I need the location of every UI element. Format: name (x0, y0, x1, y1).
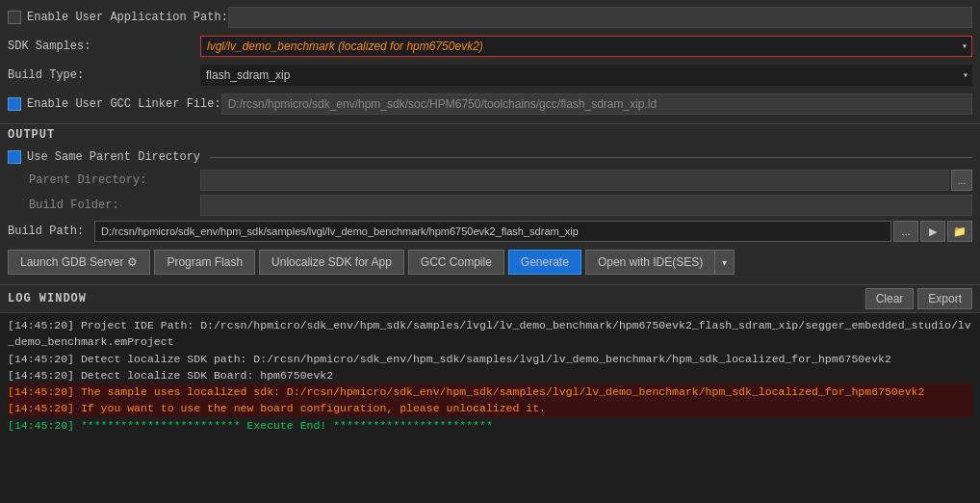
build-path-buttons: ... ▶ 📁 (893, 221, 972, 242)
build-path-browse-button[interactable]: ... (893, 221, 918, 242)
top-section: Enable User Application Path: SDK Sample… (0, 0, 980, 124)
build-type-select[interactable]: flash_sdram_xip (200, 65, 972, 86)
enable-gcc-linker-label: Enable User GCC Linker File: (8, 97, 221, 111)
parent-directory-row: Parent Directory: ... (8, 169, 972, 192)
build-path-terminal-button[interactable]: ▶ (920, 221, 945, 242)
generate-label: Generate (521, 255, 569, 269)
use-same-parent-row: Use Same Parent Directory (8, 146, 972, 169)
use-same-parent-checkbox[interactable] (8, 150, 21, 164)
gcc-compile-button[interactable]: GCC Compile (408, 250, 504, 275)
user-app-path-input[interactable] (228, 7, 972, 28)
generate-button[interactable]: Generate (508, 250, 581, 275)
build-type-label: Build Type: (8, 68, 200, 82)
log-line: [14:45:20] Detect localize SDK path: D:/… (8, 351, 972, 367)
parent-directory-browse-button[interactable]: ... (951, 170, 972, 191)
build-type-wrapper: flash_sdram_xip ▾ (200, 65, 972, 86)
gear-icon: ⚙ (127, 255, 138, 269)
unlocalize-sdk-button[interactable]: Unlocalize SDK for App (259, 250, 404, 275)
log-line: [14:45:20] ************************ Exec… (8, 417, 972, 434)
sdk-samples-row: SDK Samples: lvgl/lv_demo_benchmark (loc… (8, 33, 972, 60)
program-flash-button[interactable]: Program Flash (154, 250, 255, 275)
gcc-linker-input[interactable] (221, 93, 972, 115)
open-with-ide-split-button: Open with IDE(SES) ▾ (585, 250, 735, 275)
log-line: [14:45:20] The sample uses localized sdk… (8, 384, 972, 400)
log-line: [14:45:20] Project IDE Path: D:/rcsn/hpm… (8, 317, 972, 351)
build-folder-input[interactable] (200, 195, 972, 216)
launch-gdb-label: Launch GDB Server (20, 255, 123, 269)
enable-user-app-path-row: Enable User Application Path: (8, 4, 972, 31)
open-with-ide-label: Open with IDE(SES) (598, 255, 703, 269)
output-section: OUTPUT Use Same Parent Directory Parent … (0, 124, 980, 284)
main-container: Enable User Application Path: SDK Sample… (0, 0, 980, 503)
open-with-ide-arrow-icon: ▾ (722, 257, 727, 268)
log-section: LOG WINDOW Clear Export [14:45:20] Proje… (0, 284, 980, 503)
build-type-row: Build Type: flash_sdram_xip ▾ (8, 62, 972, 89)
parent-directory-input[interactable] (200, 170, 949, 191)
enable-gcc-linker-checkbox[interactable] (8, 97, 21, 111)
open-with-ide-dropdown-button[interactable]: ▾ (715, 250, 735, 275)
toolbar-row: Launch GDB Server ⚙ Program Flash Unloca… (8, 248, 972, 277)
build-path-folder-button[interactable]: 📁 (947, 221, 972, 242)
enable-user-app-path-checkbox[interactable] (8, 11, 21, 24)
output-section-header: OUTPUT (8, 128, 972, 142)
sdk-samples-wrapper: lvgl/lv_demo_benchmark (localized for hp… (200, 36, 972, 57)
sdk-samples-label: SDK Samples: (8, 40, 200, 53)
build-path-input[interactable] (94, 221, 891, 242)
clear-button[interactable]: Clear (865, 288, 915, 309)
log-content[interactable]: [14:45:20] Project IDE Path: D:/rcsn/hpm… (0, 313, 980, 503)
gcc-compile-label: GCC Compile (421, 255, 492, 269)
build-folder-label: Build Folder: (8, 199, 200, 212)
enable-gcc-linker-row: Enable User GCC Linker File: (8, 91, 972, 118)
log-controls: Clear Export (865, 288, 972, 309)
open-with-ide-button[interactable]: Open with IDE(SES) (585, 250, 715, 275)
sdk-samples-select[interactable]: lvgl/lv_demo_benchmark (localized for hp… (201, 37, 971, 56)
parent-directory-label: Parent Directory: (8, 173, 200, 187)
log-header: LOG WINDOW Clear Export (0, 284, 980, 313)
build-path-label: Build Path: (8, 225, 94, 238)
log-line: [14:45:20] Detect localize SDK Board: hp… (8, 367, 972, 384)
log-title: LOG WINDOW (8, 292, 87, 305)
enable-user-app-path-label: Enable User Application Path: (8, 11, 228, 24)
unlocalize-sdk-label: Unlocalize SDK for App (271, 255, 392, 269)
build-folder-row: Build Folder: (8, 194, 972, 217)
build-path-row: Build Path: ... ▶ 📁 (8, 219, 972, 244)
program-flash-label: Program Flash (167, 255, 243, 269)
log-line: [14:45:20] If you want to use the new bo… (8, 400, 972, 416)
launch-gdb-button[interactable]: Launch GDB Server ⚙ (8, 250, 150, 275)
use-same-parent-label: Use Same Parent Directory (27, 150, 200, 164)
export-button[interactable]: Export (917, 288, 972, 309)
